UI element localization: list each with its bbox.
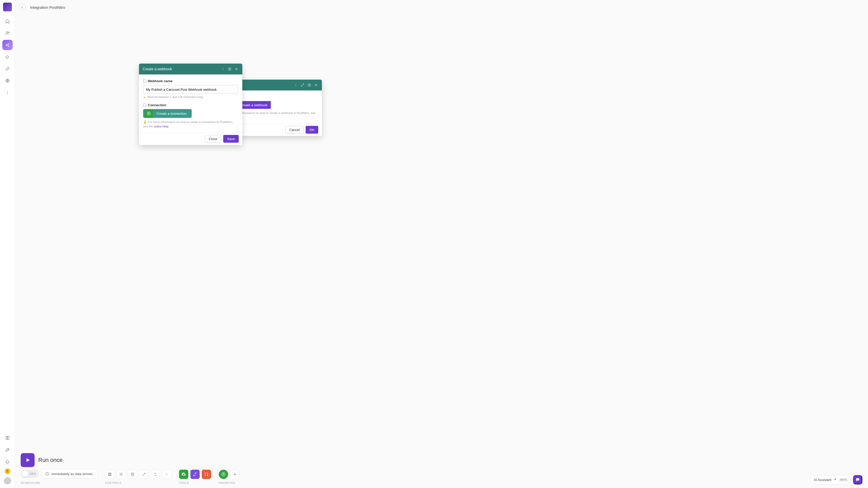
control-explain[interactable]	[151, 470, 160, 479]
gear-solid-icon	[181, 472, 186, 477]
arrow-left-icon	[21, 5, 24, 9]
svg-point-14	[296, 86, 296, 86]
help-icon	[228, 67, 231, 71]
close-button[interactable]: Close	[205, 135, 221, 143]
nav-scenarios[interactable]	[2, 40, 13, 50]
webhook-name-label: Webhook name	[143, 79, 238, 83]
tool-tools[interactable]	[190, 470, 200, 479]
page-title: Integration PostNitro	[30, 5, 65, 9]
control-align[interactable]	[139, 470, 149, 479]
user-avatar[interactable]	[4, 477, 11, 484]
help-badge[interactable]: ?	[5, 468, 10, 474]
run-once-label: Run once	[38, 457, 63, 463]
modal-front-close[interactable]	[233, 66, 240, 73]
svg-point-4	[8, 46, 9, 47]
svg-point-28	[167, 474, 168, 475]
clock-icon	[45, 472, 49, 476]
scheduling-toggle[interactable]: OFF	[21, 470, 39, 478]
puzzle-icon	[5, 55, 10, 59]
favorite-postnitro[interactable]	[219, 470, 228, 479]
modal-front-more[interactable]	[220, 66, 226, 73]
save-button[interactable]: Save	[223, 135, 239, 143]
schedule-info[interactable]: Immediately as data arrives.	[41, 469, 97, 479]
toggle-state-label: OFF	[30, 472, 36, 475]
wand-icon	[142, 472, 146, 477]
lightbulb-icon: 💡	[143, 120, 147, 123]
create-webhook-label: Create a webhook	[240, 103, 268, 107]
note-icon	[130, 472, 134, 477]
nav-team[interactable]	[2, 28, 13, 38]
more-vertical-icon	[294, 83, 298, 87]
schedule-text: Immediately as data arrives.	[52, 472, 94, 476]
beta-badge: BETA	[839, 478, 848, 482]
validation-message: ▲ Must be between 1 and 128 characters l…	[143, 95, 238, 98]
more-horizontal-icon	[164, 472, 169, 477]
svg-point-2	[6, 45, 7, 46]
connection-help-tip: 💡For more information on how to create a…	[143, 120, 238, 129]
plus-icon	[233, 472, 237, 477]
controls-caption: CONTROLS	[105, 482, 171, 484]
sparkle-icon	[833, 478, 837, 482]
nav-connections[interactable]	[2, 64, 13, 74]
webhook-name-input[interactable]	[143, 85, 238, 94]
nav-home[interactable]	[2, 16, 13, 26]
left-nav-rail: ?	[0, 0, 15, 488]
run-once-button[interactable]	[21, 453, 35, 467]
back-button[interactable]	[19, 4, 26, 11]
modal-front-title: Create a webhook	[143, 67, 172, 71]
modal-front-help[interactable]	[226, 66, 233, 73]
modal-back-expand[interactable]	[299, 82, 306, 88]
svg-point-0	[6, 32, 7, 33]
more-vertical-icon	[5, 90, 10, 95]
modal-back-more[interactable]	[292, 82, 299, 88]
online-help-link[interactable]: online Help	[154, 125, 169, 128]
help-icon	[307, 83, 311, 87]
expand-icon	[301, 83, 304, 87]
team-icon	[5, 31, 10, 35]
ai-fab-button[interactable]	[853, 475, 862, 484]
modal-front-header[interactable]: Create a webhook	[139, 64, 242, 75]
nav-apps[interactable]	[2, 52, 13, 62]
svg-point-6	[7, 91, 7, 91]
tool-text-parser[interactable]	[202, 470, 211, 479]
cancel-button[interactable]: Cancel	[285, 126, 304, 134]
svg-point-17	[223, 68, 223, 68]
book-icon	[5, 435, 10, 440]
control-save[interactable]	[105, 470, 115, 479]
app-logo[interactable]	[3, 3, 12, 11]
svg-point-12	[296, 84, 296, 84]
svg-point-26	[165, 474, 166, 475]
ok-button[interactable]: OK	[306, 126, 318, 134]
modal-back-close[interactable]	[313, 82, 319, 88]
modal-back-help[interactable]	[306, 82, 313, 88]
link-icon	[5, 66, 10, 71]
ai-assistant-chip[interactable]: AI Assistant BETA	[810, 475, 850, 484]
tool-flow-control[interactable]	[179, 470, 188, 479]
control-more[interactable]	[162, 470, 171, 479]
svg-point-13	[296, 85, 296, 85]
bottom-bar: Run once OFF Immediately as data arrives…	[15, 460, 868, 488]
rocket-icon	[5, 448, 10, 452]
connection-up-icon	[145, 109, 153, 118]
add-favorite[interactable]	[230, 470, 240, 479]
scenario-canvas[interactable]: Carousel Post Ready for Publishing ro We…	[15, 15, 868, 488]
favorites-caption: FAVORITES	[219, 482, 240, 484]
ai-assistant-label: AI Assistant	[814, 478, 831, 482]
close-icon	[235, 67, 238, 71]
webhook-up-icon	[221, 472, 226, 477]
brackets-icon	[204, 472, 209, 477]
svg-point-7	[7, 92, 7, 93]
create-connection-label: Create a connection	[153, 112, 190, 116]
svg-point-1	[8, 32, 9, 33]
nav-notifications[interactable]	[2, 456, 13, 467]
control-notes[interactable]	[128, 470, 137, 479]
svg-point-27	[166, 474, 167, 475]
nav-resources[interactable]	[2, 433, 13, 443]
create-connection-button[interactable]: Create a connection	[143, 109, 192, 118]
control-settings[interactable]	[117, 470, 126, 479]
svg-point-3	[8, 44, 9, 44]
nav-whats-new[interactable]	[2, 444, 13, 455]
nav-more[interactable]	[2, 87, 13, 98]
svg-point-19	[223, 70, 223, 70]
nav-webhooks[interactable]	[2, 76, 13, 86]
